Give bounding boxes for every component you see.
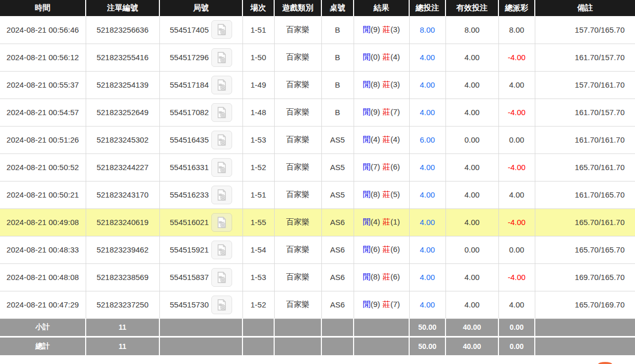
cell-session: 1-53	[242, 126, 274, 153]
result-player: 閒(4)	[363, 217, 380, 226]
video-record-button[interactable]	[211, 241, 232, 259]
table-body: 2024-08-21 00:56:46 521823256636 5545174…	[0, 16, 635, 318]
cell-remark: 161.70/157.70	[535, 44, 635, 71]
cell-bet-id: 521823243170	[86, 181, 159, 208]
result-banker: 莊(5)	[383, 190, 400, 199]
video-record-button[interactable]	[211, 76, 232, 94]
header-game-type: 遊戲類別	[274, 0, 321, 16]
cell-total-bet: 8.00	[409, 16, 445, 44]
table-row[interactable]: 2024-08-21 00:50:52 521823244227 5545163…	[0, 153, 635, 181]
cell-remark: 161.70/161.70	[535, 126, 635, 153]
cell-round: 554517405	[159, 16, 242, 44]
cell-time: 2024-08-21 00:56:46	[0, 16, 86, 44]
result-banker: 莊(6)	[383, 245, 400, 254]
cell-session: 1-52	[242, 153, 274, 181]
header-payout: 總派彩	[498, 0, 535, 16]
result-banker: 莊(3)	[383, 80, 400, 89]
cell-round: 554517082	[159, 99, 242, 126]
cell-session: 1-52	[242, 291, 274, 318]
cell-result: 閒(9)莊(7)	[354, 291, 409, 318]
grand-total-payout: 0.00	[498, 337, 535, 355]
cell-result: 閒(4)莊(1)	[354, 208, 409, 236]
video-record-button[interactable]	[211, 268, 232, 287]
header-time: 時間	[0, 0, 86, 16]
round-number: 554516233	[170, 190, 209, 199]
cell-table-no: B	[321, 16, 354, 44]
video-record-icon	[215, 189, 228, 201]
table-row[interactable]: 2024-08-21 00:47:29 521823237250 5545157…	[0, 291, 635, 318]
cell-result: 閒(8)莊(3)	[354, 71, 409, 99]
cell-payout: 0.00	[498, 126, 535, 153]
table-row[interactable]: 2024-08-21 00:49:08 521823240619 5545160…	[0, 208, 635, 236]
cell-table-no: AS6	[321, 236, 354, 263]
table-row[interactable]: 2024-08-21 00:48:33 521823239462 5545159…	[0, 236, 635, 263]
video-record-button[interactable]	[211, 213, 232, 232]
result-player: 閒(7)	[363, 162, 380, 171]
table-row[interactable]: 2024-08-21 00:50:21 521823243170 5545162…	[0, 181, 635, 208]
bet-history-table: 時間 注單編號 局號 場次 遊戲類別 桌號 結果 總投注 有效投注 總派彩 備註…	[0, 0, 635, 355]
video-record-icon	[215, 23, 228, 36]
table-header: 時間 注單編號 局號 場次 遊戲類別 桌號 結果 總投注 有效投注 總派彩 備註	[0, 0, 635, 16]
cell-game-type: 百家樂	[274, 16, 321, 44]
table-row[interactable]: 2024-08-21 00:56:12 521823255416 5545172…	[0, 44, 635, 71]
cell-remark: 161.70/157.70	[535, 99, 635, 126]
cell-table-no: AS6	[321, 291, 354, 318]
grand-total-count: 11	[86, 337, 159, 355]
cell-payout: -4.00	[498, 153, 535, 181]
cell-valid-bet: 0.00	[445, 126, 498, 153]
cell-total-bet: 4.00	[409, 236, 445, 263]
result-player: 閒(0)	[363, 52, 380, 61]
cell-game-type: 百家樂	[274, 153, 321, 181]
subtotal-payout: 0.00	[498, 318, 535, 337]
cell-time: 2024-08-21 00:50:21	[0, 181, 86, 208]
video-record-icon	[215, 106, 228, 119]
cell-session: 1-51	[242, 16, 274, 44]
video-record-button[interactable]	[211, 48, 232, 67]
cell-payout: -4.00	[498, 44, 535, 71]
cell-payout: 8.00	[498, 16, 535, 44]
cell-bet-id: 521823238569	[86, 263, 159, 291]
cell-game-type: 百家樂	[274, 291, 321, 318]
cell-game-type: 百家樂	[274, 236, 321, 263]
cell-game-type: 百家樂	[274, 71, 321, 99]
table-row[interactable]: 2024-08-21 00:51:26 521823245302 5545164…	[0, 126, 635, 153]
cell-table-no: B	[321, 99, 354, 126]
cell-round: 554516435	[159, 126, 242, 153]
grand-total-session-cell	[242, 337, 274, 355]
round-number: 554517184	[170, 80, 209, 89]
table-row[interactable]: 2024-08-21 00:56:46 521823256636 5545174…	[0, 16, 635, 44]
cell-bet-id: 521823256636	[86, 16, 159, 44]
video-record-button[interactable]	[211, 296, 232, 314]
cell-round: 554515921	[159, 236, 242, 263]
cell-result: 閒(8)莊(6)	[354, 263, 409, 291]
cell-result: 閒(0)莊(4)	[354, 44, 409, 71]
round-number: 554515837	[170, 273, 209, 282]
video-record-button[interactable]	[211, 158, 232, 177]
cell-time: 2024-08-21 00:49:08	[0, 208, 86, 236]
cell-table-no: B	[321, 71, 354, 99]
cell-total-bet: 4.00	[409, 153, 445, 181]
table-row[interactable]: 2024-08-21 00:55:37 521823254139 5545171…	[0, 71, 635, 99]
cell-total-bet: 4.00	[409, 71, 445, 99]
cell-valid-bet: 4.00	[445, 181, 498, 208]
video-record-icon	[215, 161, 228, 174]
cell-result: 閒(4)莊(4)	[354, 126, 409, 153]
subtotal-game-cell	[274, 318, 321, 337]
cell-table-no: AS5	[321, 181, 354, 208]
table-row[interactable]: 2024-08-21 00:54:57 521823252649 5545170…	[0, 99, 635, 126]
cell-session: 1-48	[242, 99, 274, 126]
cell-remark: 157.70/165.70	[535, 16, 635, 44]
video-record-button[interactable]	[211, 186, 232, 204]
cell-valid-bet: 4.00	[445, 263, 498, 291]
cell-game-type: 百家樂	[274, 208, 321, 236]
video-record-button[interactable]	[211, 103, 232, 122]
subtotal-valid-bet: 40.00	[445, 318, 498, 337]
grand-total-total-bet: 50.00	[409, 337, 445, 355]
video-record-button[interactable]	[211, 131, 232, 149]
grand-total-table-cell	[321, 337, 354, 355]
video-record-button[interactable]	[211, 20, 232, 39]
subtotal-result-cell	[354, 318, 409, 337]
header-table-no: 桌號	[321, 0, 354, 16]
cell-payout: -4.00	[498, 263, 535, 291]
table-row[interactable]: 2024-08-21 00:48:08 521823238569 5545158…	[0, 263, 635, 291]
